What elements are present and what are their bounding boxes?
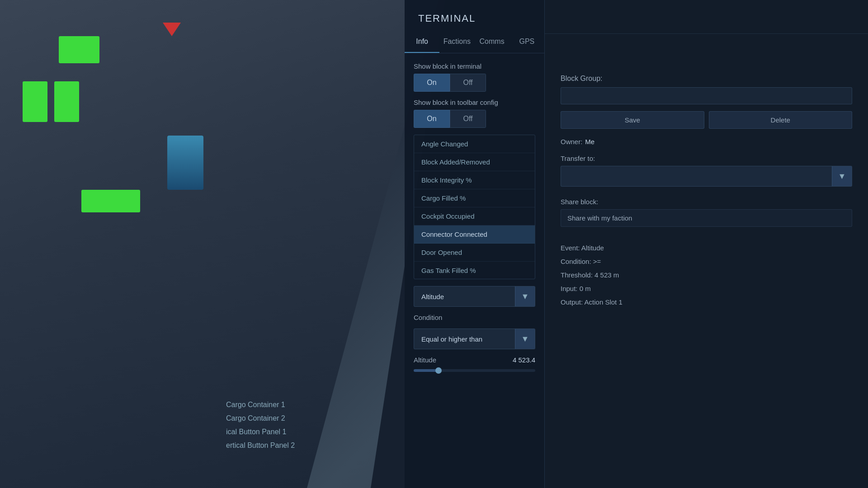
terminal-container: Terminal Info Factions Comms GPS Show bl…	[405, 0, 868, 488]
transfer-dropdown-arrow[interactable]: ▼	[832, 166, 852, 186]
show-in-toolbar-toggle: On Off	[414, 110, 486, 128]
altitude-slider-track[interactable]	[414, 369, 535, 372]
event-door-opened[interactable]: Door Opened	[414, 244, 535, 262]
transfer-label: Transfer to:	[561, 155, 852, 162]
altitude-value: 4 523.4	[513, 356, 535, 364]
cockpit-indicator	[163, 23, 181, 36]
tab-info[interactable]: Info	[405, 31, 439, 53]
item-list: Cargo Container 1 Cargo Container 2 ical…	[226, 399, 362, 452]
block-group-section: Block Group: Save Delete	[561, 75, 852, 129]
event-info-event: Event: Altitude	[561, 243, 852, 253]
altitude-section: Altitude 4 523.4	[414, 356, 535, 372]
altitude-label: Altitude	[414, 356, 436, 364]
event-dropdown-value: Altitude	[414, 287, 515, 306]
cockpit-blue-screen	[167, 136, 203, 190]
event-list: Angle Changed Block Added/Removed Block …	[414, 135, 535, 279]
event-dropdown-arrow[interactable]: ▼	[515, 286, 535, 306]
delete-button[interactable]: Delete	[709, 111, 853, 129]
cockpit-panel	[0, 0, 439, 488]
tab-factions[interactable]: Factions	[439, 31, 474, 53]
show-in-terminal-label: Show block in terminal	[414, 62, 535, 70]
block-group-label: Block Group:	[561, 75, 852, 83]
owner-row: Owner: Me	[561, 138, 852, 145]
condition-dropdown[interactable]: Equal or higher than ▼	[414, 328, 535, 349]
list-item[interactable]: Cargo Container 2	[226, 412, 362, 425]
terminal-right-panel: Block Group: Save Delete Owner: Me Trans…	[545, 0, 868, 488]
save-delete-row: Save Delete	[561, 111, 852, 129]
tab-gps[interactable]: GPS	[509, 31, 544, 53]
event-info-section: Event: Altitude Condition: >= Threshold:…	[561, 243, 852, 308]
terminal-tabs: Info Factions Comms GPS	[405, 31, 544, 53]
cockpit-screen-1	[59, 36, 99, 63]
altitude-header: Altitude 4 523.4	[414, 356, 535, 364]
transfer-dropdown[interactable]: ▼	[561, 166, 852, 187]
owner-value: Me	[585, 138, 594, 145]
tab-comms[interactable]: Comms	[475, 31, 509, 53]
list-item[interactable]: ical Button Panel 1	[226, 426, 362, 438]
cockpit-screen-4	[54, 81, 79, 122]
event-block-added-removed[interactable]: Block Added/Removed	[414, 153, 535, 171]
condition-dropdown-value: Equal or higher than	[414, 330, 515, 348]
event-angle-changed[interactable]: Angle Changed	[414, 135, 535, 153]
list-item[interactable]: Cargo Container 1	[226, 399, 362, 411]
share-section: Share block: Share with my faction	[561, 198, 852, 227]
terminal-content: Show block in terminal On Off Show block…	[405, 53, 544, 488]
owner-label: Owner:	[561, 138, 582, 145]
event-info-input: Input: 0 m	[561, 283, 852, 294]
event-cockpit-occupied[interactable]: Cockpit Occupied	[414, 207, 535, 225]
event-dropdown[interactable]: Altitude ▼	[414, 286, 535, 307]
terminal-left-panel: Terminal Info Factions Comms GPS Show bl…	[405, 0, 545, 488]
share-block-label: Share block:	[561, 198, 852, 206]
altitude-slider-thumb[interactable]	[435, 367, 442, 374]
event-info-output: Output: Action Slot 1	[561, 297, 852, 308]
share-block-value: Share with my faction	[561, 209, 852, 227]
right-panel-header-spacer	[545, 0, 868, 34]
list-item[interactable]: ertical Button Panel 2	[226, 439, 362, 452]
show-in-terminal-toggle: On Off	[414, 74, 486, 92]
show-in-toolbar-on[interactable]: On	[414, 110, 450, 128]
save-button[interactable]: Save	[561, 111, 704, 129]
altitude-slider-fill	[414, 369, 438, 372]
terminal-title: Terminal	[405, 0, 544, 31]
show-in-toolbar-label: Show block in toolbar config	[414, 99, 535, 106]
condition-dropdown-arrow[interactable]: ▼	[515, 329, 535, 349]
right-panel-content: Block Group: Save Delete Owner: Me Trans…	[545, 61, 868, 321]
event-block-integrity[interactable]: Block Integrity %	[414, 171, 535, 189]
event-info-condition: Condition: >=	[561, 256, 852, 267]
condition-section: Condition Equal or higher than ▼	[414, 314, 535, 349]
transfer-dropdown-value	[561, 171, 832, 182]
show-in-terminal-on[interactable]: On	[414, 74, 450, 92]
event-cargo-filled[interactable]: Cargo Filled %	[414, 189, 535, 207]
cockpit-screen-3	[23, 81, 47, 122]
show-in-terminal-off[interactable]: Off	[450, 74, 486, 92]
cockpit-screen-2	[81, 190, 140, 212]
transfer-section: Transfer to: ▼	[561, 155, 852, 187]
event-gas-tank-filled[interactable]: Gas Tank Filled %	[414, 262, 535, 279]
event-info-threshold: Threshold: 4 523 m	[561, 270, 852, 281]
condition-label: Condition	[414, 314, 535, 321]
show-in-toolbar-section: Show block in toolbar config On Off	[414, 99, 535, 128]
event-connector-connected[interactable]: Connector Connected	[414, 225, 535, 244]
show-in-terminal-section: Show block in terminal On Off	[414, 62, 535, 92]
block-group-input[interactable]	[561, 87, 852, 104]
show-in-toolbar-off[interactable]: Off	[450, 110, 486, 128]
